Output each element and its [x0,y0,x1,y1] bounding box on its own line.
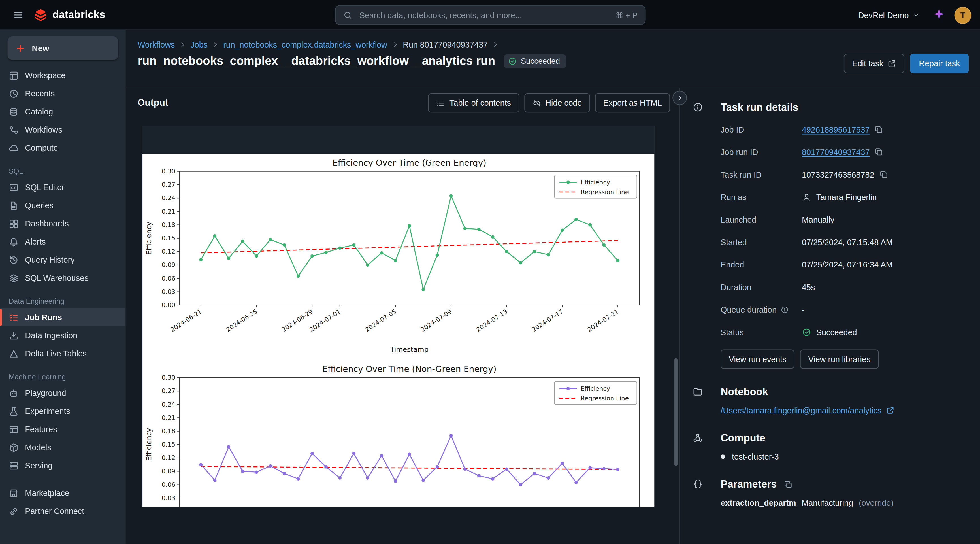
svg-text:0.06: 0.06 [162,481,175,488]
edit-task-button[interactable]: Edit task [844,54,905,73]
detail-label: Launched [721,215,802,224]
detail-value: 07/25/2024, 07:16:34 AM [802,260,893,269]
sidebar-item-dashboards[interactable]: Dashboards [0,214,125,233]
new-button[interactable]: New [7,36,118,60]
sidebar-item-delta-live-tables[interactable]: Delta Live Tables [0,345,125,363]
features-icon [9,424,19,434]
export-as-html-button[interactable]: Export as HTML [595,93,670,112]
databricks-app: databricks ⌘ + P DevRel Demo T New Works… [0,0,980,544]
workspace-name: DevRel Demo [858,10,909,19]
sidebar-item-models[interactable]: Models [0,438,125,456]
sidebar-item-queries[interactable]: Queries [0,196,125,214]
info-icon [692,102,703,113]
sidebar-item-sql-editor[interactable]: SQL Editor [0,178,125,196]
braces-icon [692,479,703,490]
breadcrumb-run-notebooks-complex-databricks-workflow[interactable]: run_notebooks_complex.databricks_workflo… [223,40,387,49]
hide-code-button[interactable]: Hide code [524,93,590,112]
status-badge-label: Succeeded [521,57,560,66]
copy-parameters-button[interactable] [784,480,792,489]
copy-button[interactable] [875,148,883,156]
detail-label: Ended [721,260,802,269]
svg-text:0.18: 0.18 [162,221,175,228]
svg-text:0.06: 0.06 [162,275,175,282]
sparkle-icon [933,8,945,20]
sidebar-item-workflows[interactable]: Workflows [0,121,125,139]
sidebar-item-features[interactable]: Features [0,420,125,438]
detail-value-link[interactable]: 801770940937437 [802,147,870,157]
compute-icon [9,143,19,153]
sidebar-item-label: SQL Editor [25,182,64,192]
sidebar-item-experiments[interactable]: Experiments [0,402,125,420]
svg-text:0.15: 0.15 [162,441,175,448]
parameters-heading: Parameters [692,478,965,490]
cluster-icon [692,433,703,443]
global-search[interactable]: ⌘ + P [335,5,646,25]
sidebar-item-marketplace[interactable]: Marketplace [0,484,125,502]
topbar-right: DevRel Demo T [854,0,971,30]
sidebar-item-data-ingestion[interactable]: Data Ingestion [0,326,125,345]
notebook-path-link[interactable]: /Users/tamara.fingerlin@gmail.com/analyt… [721,406,894,415]
compute-section: Compute test-cluster-3 [692,432,965,461]
copy-button[interactable] [875,125,883,134]
sidebar-item-label: Experiments [25,406,70,416]
scrollbar-thumb[interactable] [675,358,678,466]
task-run-details-title: Task run details [721,101,799,113]
chart-efficiency-non-green-energy: Efficiency Over Time (Non-Green Energy)0… [142,360,654,507]
marketplace-icon [9,488,19,498]
cluster-row[interactable]: test-cluster-3 [721,452,965,461]
breadcrumb-workflows[interactable]: Workflows [137,40,175,49]
sidebar-item-compute[interactable]: Compute [0,139,125,157]
sidebar-item-serving[interactable]: Serving [0,456,125,475]
sidebar-item-catalog[interactable]: Catalog [0,102,125,121]
detail-value-cell: 1073327463568782 [802,170,888,179]
sidebar-item-playground[interactable]: Playground [0,384,125,402]
workspace-switcher[interactable]: DevRel Demo [854,10,924,21]
sidebar-item-label: Serving [25,461,52,470]
detail-label: Task run ID [721,170,802,179]
chevron-right-icon [179,41,186,48]
view-run-events-button[interactable]: View run events [721,349,794,369]
alerts-icon [9,236,19,247]
search-input[interactable] [358,10,610,21]
compute-heading: Compute [692,432,965,444]
sidebar-item-workspace[interactable]: Workspace [0,66,125,85]
check-circle-icon [508,57,517,66]
delta-live-tables-icon [9,348,19,359]
databricks-logo[interactable]: databricks [34,8,105,22]
detail-value-cell: Succeeded [802,327,857,337]
svg-text:0.03: 0.03 [162,288,175,295]
copy-button[interactable] [879,170,888,179]
task-run-details-rows: Job ID492618895617537Job run ID801770940… [721,118,965,343]
sidebar-item-label: Query History [25,255,75,264]
assistant-button[interactable] [933,8,945,22]
detail-value-cell: Manually [802,215,834,224]
detail-label: Job run ID [721,147,802,157]
databricks-mark-icon [34,8,48,22]
sidebar-item-partner-connect[interactable]: Partner Connect [0,502,125,520]
avatar[interactable]: T [955,6,972,24]
catalog-icon [9,107,19,116]
menu-icon [13,9,24,21]
sidebar-item-alerts[interactable]: Alerts [0,233,125,251]
task-run-details-heading: Task run details [692,101,965,113]
detail-value: Succeeded [816,327,857,337]
sidebar-item-job-runs[interactable]: Job Runs [0,308,125,326]
external-link-icon [888,59,896,68]
collapse-panel-button[interactable] [672,91,687,105]
repair-task-button[interactable]: Repair task [910,54,969,73]
hamburger-menu-button[interactable] [9,5,27,24]
parameter-value: Manufacturing [802,498,853,508]
sidebar-item-label: Dashboards [25,219,69,228]
sidebar-item-query-history[interactable]: Query History [0,251,125,269]
breadcrumb-jobs[interactable]: Jobs [190,40,208,49]
view-run-libraries-button[interactable]: View run libraries [800,349,878,369]
sidebar-item-recents[interactable]: Recents [0,85,125,102]
notebook-heading: Notebook [692,386,965,397]
sidebar-item-sql-warehouses[interactable]: SQL Warehouses [0,269,125,287]
table-of-contents-button[interactable]: Table of contents [428,93,519,112]
sidebar: New WorkspaceRecentsCatalogWorkflowsComp… [0,30,126,544]
sidebar-nav: WorkspaceRecentsCatalogWorkflowsComputeS… [0,66,125,520]
info-icon [780,305,789,314]
detail-value-link[interactable]: 492618895617537 [802,124,870,134]
compute-content: test-cluster-3 [721,452,965,461]
